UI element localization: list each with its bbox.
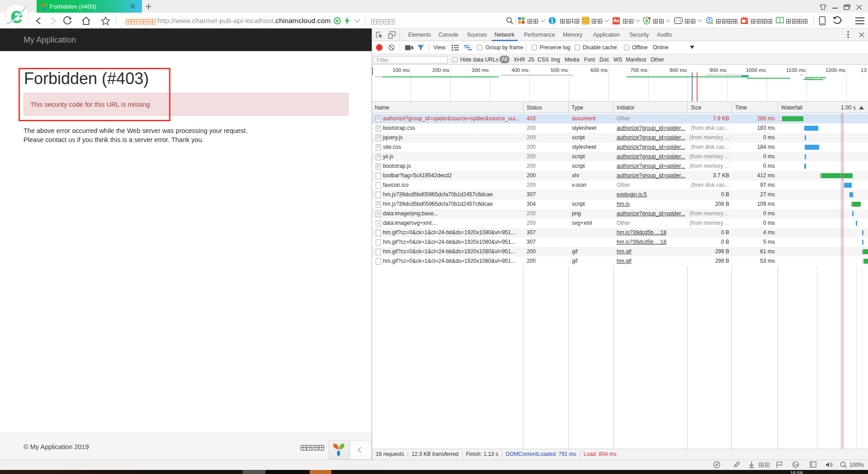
svg-text:e: e	[10, 4, 23, 28]
